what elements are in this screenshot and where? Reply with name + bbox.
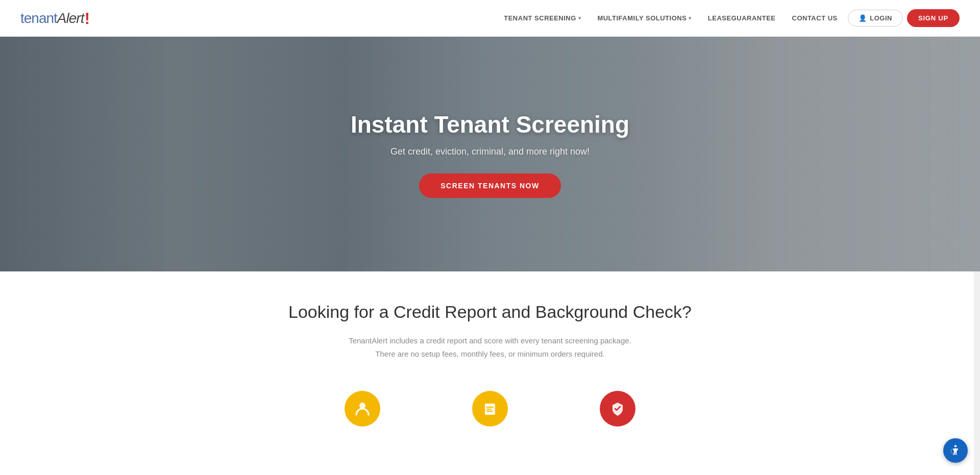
hero-title: Instant Tenant Screening xyxy=(351,111,629,138)
screen-tenants-button[interactable]: SCREEN TENANTS NOW xyxy=(419,173,560,198)
svg-rect-4 xyxy=(486,411,493,412)
nav-leaseguarantee[interactable]: LEASEGUARANTEE xyxy=(702,10,782,26)
hero-section: Instant Tenant Screening Get credit, evi… xyxy=(0,37,980,271)
chevron-down-icon: ▾ xyxy=(689,15,692,21)
logo-text: tenantAlert xyxy=(20,10,84,27)
below-hero-paragraph-1: TenantAlert includes a credit report and… xyxy=(20,334,960,347)
below-hero-section: Looking for a Credit Report and Backgrou… xyxy=(0,271,980,381)
chevron-down-icon: ▾ xyxy=(578,15,581,21)
feature-icon-1 xyxy=(345,391,380,427)
header: tenantAlert ! TENANT SCREENING ▾ MULTIFA… xyxy=(0,0,980,37)
hero-content: Instant Tenant Screening Get credit, evi… xyxy=(340,111,640,198)
login-button[interactable]: 👤 LOGIN xyxy=(848,10,903,27)
logo-alert: Alert xyxy=(57,10,84,26)
svg-rect-2 xyxy=(486,407,494,408)
below-hero-line2: There are no setup fees, monthly fees, o… xyxy=(375,349,604,358)
feature-icon-3 xyxy=(600,391,635,427)
logo[interactable]: tenantAlert ! xyxy=(20,10,90,27)
person-icon: 👤 xyxy=(859,14,867,22)
nav-multifamily-solutions[interactable]: MULTIFAMILY SOLUTIONS ▾ xyxy=(591,10,697,26)
icons-row xyxy=(0,381,980,427)
logo-exclaim: ! xyxy=(84,10,90,27)
svg-point-0 xyxy=(359,403,365,409)
below-hero-heading: Looking for a Credit Report and Backgrou… xyxy=(20,302,960,322)
signup-button[interactable]: SIGN UP xyxy=(907,9,960,27)
nav-tenant-screening[interactable]: TENANT SCREENING ▾ xyxy=(498,10,587,26)
main-nav: TENANT SCREENING ▾ MULTIFAMILY SOLUTIONS… xyxy=(498,9,960,27)
svg-rect-3 xyxy=(486,409,492,410)
feature-icon-2 xyxy=(472,391,508,427)
below-hero-paragraph-2: There are no setup fees, monthly fees, o… xyxy=(20,347,960,361)
logo-tenant: tenant xyxy=(20,10,57,26)
below-hero-line1: TenantAlert includes a credit report and… xyxy=(349,336,631,345)
nav-contact-us[interactable]: CONTACT US xyxy=(786,10,844,26)
hero-subtitle: Get credit, eviction, criminal, and more… xyxy=(351,146,629,157)
